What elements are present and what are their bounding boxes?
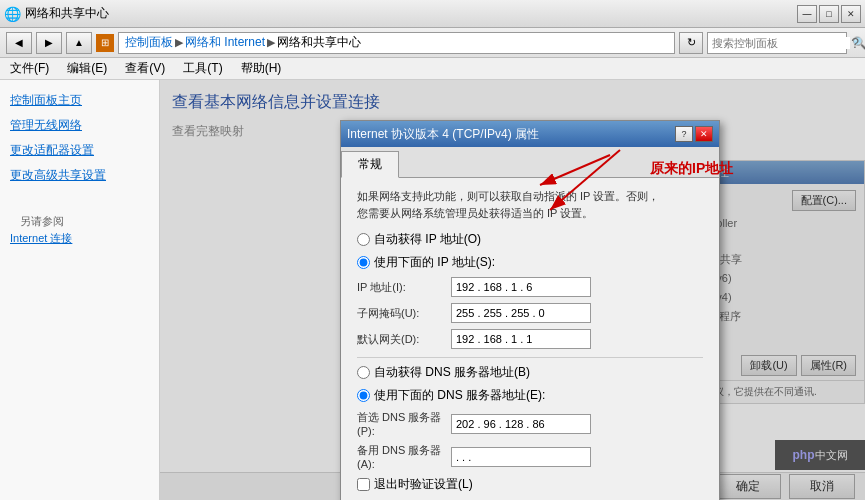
back-button[interactable]: ◀ bbox=[6, 32, 32, 54]
sidebar: 控制面板主页 管理无线网络 更改适配器设置 更改高级共享设置 另请参阅 Inte… bbox=[0, 80, 160, 500]
gateway-label: 默认网关(D): bbox=[357, 332, 447, 347]
content-area: 查看基本网络信息并设置连接 查看完整映射 主板连接 属性 配置(C)... Fa… bbox=[160, 80, 865, 500]
sidebar-item-home[interactable]: 控制面板主页 bbox=[0, 88, 159, 113]
breadcrumb-net[interactable]: 网络和 Internet bbox=[185, 34, 265, 51]
section-divider bbox=[357, 357, 703, 358]
manual-dns-row: 使用下面的 DNS 服务器地址(E): bbox=[357, 387, 703, 404]
addressbar: ◀ ▶ ▲ ⊞ 控制面板 ▶ 网络和 Internet ▶ 网络和共享中心 ↻ … bbox=[0, 28, 865, 58]
sep2: ▶ bbox=[267, 36, 275, 49]
svg-line-3 bbox=[540, 155, 610, 185]
validate-checkbox[interactable] bbox=[357, 478, 370, 491]
window-controls: — □ ✕ bbox=[797, 5, 861, 23]
ip-address-input[interactable] bbox=[451, 277, 591, 297]
sidebar-link-internet[interactable]: Internet 连接 bbox=[10, 231, 149, 246]
search-input[interactable] bbox=[712, 37, 850, 49]
breadcrumb-current: 网络和共享中心 bbox=[277, 34, 361, 51]
cp-icon-inner: ⊞ bbox=[101, 37, 109, 48]
sidebar-item-adapter[interactable]: 更改适配器设置 bbox=[0, 138, 159, 163]
secondary-dns-label: 备用 DNS 服务器(A): bbox=[357, 443, 447, 470]
sidebar-item-sharing[interactable]: 更改高级共享设置 bbox=[0, 163, 159, 188]
sidebar-item-wireless[interactable]: 管理无线网络 bbox=[0, 113, 159, 138]
secondary-dns-row: 备用 DNS 服务器(A): bbox=[357, 443, 703, 470]
menu-view[interactable]: 查看(V) bbox=[117, 58, 173, 79]
dialog-title: Internet 协议版本 4 (TCP/IPv4) 属性 bbox=[347, 126, 539, 143]
maximize-button[interactable]: □ bbox=[819, 5, 839, 23]
manual-ip-radio[interactable] bbox=[357, 256, 370, 269]
minimize-button[interactable]: — bbox=[797, 5, 817, 23]
subnet-input[interactable] bbox=[451, 303, 591, 323]
titlebar-left: 🌐 网络和共享中心 bbox=[4, 5, 109, 22]
auto-ip-radio[interactable] bbox=[357, 233, 370, 246]
gateway-row: 默认网关(D): bbox=[357, 329, 703, 349]
forward-button[interactable]: ▶ bbox=[36, 32, 62, 54]
auto-dns-label: 自动获得 DNS 服务器地址(B) bbox=[374, 364, 530, 381]
subnet-row: 子网掩码(U): bbox=[357, 303, 703, 323]
svg-line-2 bbox=[550, 150, 620, 210]
gateway-input[interactable] bbox=[451, 329, 591, 349]
window-title: 网络和共享中心 bbox=[25, 5, 109, 22]
primary-dns-label: 首选 DNS 服务器(P): bbox=[357, 410, 447, 437]
menu-tools[interactable]: 工具(T) bbox=[175, 58, 230, 79]
ip-address-row: IP 地址(I): bbox=[357, 277, 703, 297]
tab-general[interactable]: 常规 bbox=[341, 151, 399, 178]
ip-address-label: IP 地址(I): bbox=[357, 280, 447, 295]
manual-ip-row: 使用下面的 IP 地址(S): bbox=[357, 254, 703, 271]
window-icon: 🌐 bbox=[4, 6, 21, 22]
sep1: ▶ bbox=[175, 36, 183, 49]
manual-dns-label: 使用下面的 DNS 服务器地址(E): bbox=[374, 387, 545, 404]
close-button[interactable]: ✕ bbox=[841, 5, 861, 23]
main-content: 控制面板主页 管理无线网络 更改适配器设置 更改高级共享设置 另请参阅 Inte… bbox=[0, 80, 865, 500]
sidebar-extra-section: 另请参阅 bbox=[10, 208, 149, 231]
titlebar: 🌐 网络和共享中心 — □ ✕ bbox=[0, 0, 865, 28]
validate-label: 退出时验证设置(L) bbox=[374, 476, 473, 493]
manual-dns-radio[interactable] bbox=[357, 389, 370, 402]
validate-checkbox-row: 退出时验证设置(L) bbox=[357, 476, 703, 493]
auto-ip-label: 自动获得 IP 地址(O) bbox=[374, 231, 481, 248]
up-button[interactable]: ▲ bbox=[66, 32, 92, 54]
primary-dns-row: 首选 DNS 服务器(P): bbox=[357, 410, 703, 437]
help-icon[interactable]: ? bbox=[851, 35, 859, 51]
primary-dns-input[interactable] bbox=[451, 414, 591, 434]
manual-ip-label: 使用下面的 IP 地址(S): bbox=[374, 254, 495, 271]
menu-help[interactable]: 帮助(H) bbox=[233, 58, 290, 79]
auto-dns-row: 自动获得 DNS 服务器地址(B) bbox=[357, 364, 703, 381]
secondary-dns-input[interactable] bbox=[451, 447, 591, 467]
auto-dns-radio[interactable] bbox=[357, 366, 370, 379]
search-bar[interactable]: 🔍 bbox=[707, 32, 847, 54]
menu-edit[interactable]: 编辑(E) bbox=[59, 58, 115, 79]
refresh-button[interactable]: ↻ bbox=[679, 32, 703, 54]
breadcrumb-cp[interactable]: 控制面板 bbox=[125, 34, 173, 51]
annotation-arrows bbox=[530, 130, 730, 250]
subnet-label: 子网掩码(U): bbox=[357, 306, 447, 321]
breadcrumb-bar[interactable]: 控制面板 ▶ 网络和 Internet ▶ 网络和共享中心 bbox=[118, 32, 675, 54]
control-panel-icon: ⊞ bbox=[96, 34, 114, 52]
menu-file[interactable]: 文件(F) bbox=[2, 58, 57, 79]
menubar: 文件(F) 编辑(E) 查看(V) 工具(T) 帮助(H) bbox=[0, 58, 865, 80]
